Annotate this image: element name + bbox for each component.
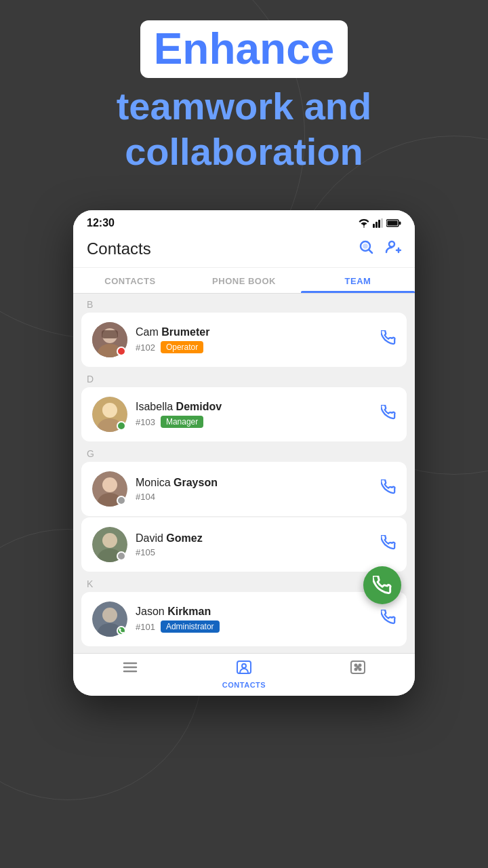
nav-contacts[interactable]: CONTACTS bbox=[187, 659, 301, 689]
wifi-icon bbox=[358, 218, 370, 228]
header-actions bbox=[358, 239, 401, 259]
svg-point-37 bbox=[359, 665, 361, 667]
contact-david-gomez[interactable]: David Gomez #105 bbox=[81, 517, 407, 572]
contact-cam-brumeter[interactable]: Cam Brumeter #102 Operator bbox=[81, 313, 407, 367]
hero-enhance-label: Enhance bbox=[140, 20, 348, 78]
svg-rect-2 bbox=[378, 220, 380, 228]
status-dot-gray bbox=[117, 551, 126, 561]
contact-name: Monica Grayson bbox=[136, 477, 373, 489]
contact-name: David Gomez bbox=[136, 532, 373, 545]
svg-rect-0 bbox=[373, 224, 375, 228]
svg-rect-1 bbox=[375, 222, 378, 228]
contacts-icon bbox=[236, 659, 252, 679]
search-button[interactable] bbox=[358, 239, 374, 259]
contact-isabella-demidov[interactable]: Isabella Demidov #103 Manager bbox=[81, 387, 407, 441]
contact-ext: #102 bbox=[136, 342, 155, 353]
contact-meta: #103 Manager bbox=[136, 416, 373, 428]
tab-phonebook[interactable]: PHONE BOOK bbox=[187, 268, 301, 293]
avatar-wrap bbox=[92, 322, 127, 357]
tabs-bar: CONTACTS PHONE BOOK TEAM bbox=[73, 268, 415, 294]
contact-badge: Administrator bbox=[161, 620, 220, 633]
call-button[interactable] bbox=[381, 405, 396, 424]
status-dot-red bbox=[117, 347, 126, 356]
svg-point-20 bbox=[102, 405, 109, 413]
section-b: B bbox=[73, 294, 415, 313]
menu-icon bbox=[122, 659, 138, 679]
tab-contacts[interactable]: CONTACTS bbox=[73, 268, 187, 293]
nav-contacts-label: CONTACTS bbox=[222, 681, 266, 689]
contact-meta: #105 bbox=[136, 547, 373, 557]
status-dot-gray bbox=[117, 496, 126, 505]
contact-info: Isabella Demidov #103 Manager bbox=[136, 401, 373, 428]
call-button[interactable] bbox=[381, 330, 396, 349]
svg-point-40 bbox=[357, 667, 359, 669]
phone-mockup: 12:30 Contacts bbox=[73, 210, 415, 696]
contacts-list: B Cam Brumeter #102 bbox=[73, 294, 415, 653]
call-button[interactable] bbox=[381, 479, 396, 498]
svg-rect-16 bbox=[102, 330, 118, 338]
contact-badge: Manager bbox=[161, 416, 203, 428]
svg-point-28 bbox=[102, 608, 117, 623]
bottom-nav: CONTACTS bbox=[73, 653, 415, 696]
app-header: Contacts bbox=[73, 233, 415, 268]
add-contact-button[interactable] bbox=[385, 239, 401, 259]
contact-name: Isabella Demidov bbox=[136, 401, 373, 413]
contact-badge: Operator bbox=[161, 341, 203, 353]
contact-ext: #104 bbox=[136, 492, 155, 502]
contact-info: Monica Grayson #104 bbox=[136, 477, 373, 502]
contact-monica-grayson[interactable]: Monica Grayson #104 bbox=[81, 462, 407, 516]
svg-point-38 bbox=[355, 669, 357, 671]
nav-menu[interactable] bbox=[73, 659, 187, 689]
contact-ext: #105 bbox=[136, 547, 155, 557]
svg-point-22 bbox=[102, 477, 117, 492]
svg-rect-3 bbox=[381, 218, 383, 228]
contact-name: Cam Brumeter bbox=[136, 326, 373, 338]
svg-rect-5 bbox=[388, 221, 398, 226]
app-title: Contacts bbox=[87, 239, 151, 258]
contact-info: David Gomez #105 bbox=[136, 532, 373, 557]
contact-name: Jason Kirkman bbox=[136, 606, 373, 618]
status-icons bbox=[358, 218, 401, 228]
svg-point-34 bbox=[242, 664, 246, 668]
contact-meta: #104 bbox=[136, 492, 373, 502]
call-button[interactable] bbox=[381, 610, 396, 629]
avatar-wrap bbox=[92, 397, 127, 432]
battery-icon bbox=[386, 219, 401, 227]
nav-dialpad[interactable] bbox=[301, 659, 415, 689]
status-bar: 12:30 bbox=[73, 210, 415, 233]
fab-call-button[interactable] bbox=[363, 566, 401, 604]
section-g: G bbox=[73, 443, 415, 462]
contact-info: Jason Kirkman #101 Administrator bbox=[136, 606, 373, 633]
status-time: 12:30 bbox=[87, 217, 115, 229]
status-dot-green bbox=[117, 421, 126, 431]
contact-meta: #102 Operator bbox=[136, 341, 373, 353]
signal-icon bbox=[373, 218, 384, 228]
hero-tagline: teamwork and collaboration bbox=[14, 83, 474, 174]
svg-point-25 bbox=[102, 533, 117, 548]
svg-point-9 bbox=[364, 245, 367, 248]
svg-point-10 bbox=[389, 241, 394, 247]
avatar-wrap bbox=[92, 601, 127, 637]
contact-info: Cam Brumeter #102 Operator bbox=[136, 326, 373, 353]
contact-jason-kirkman[interactable]: Jason Kirkman #101 Administrator bbox=[81, 592, 407, 646]
call-button[interactable] bbox=[381, 535, 396, 554]
hero-section: Enhance teamwork and collaboration bbox=[0, 20, 488, 174]
avatar-wrap bbox=[92, 471, 127, 507]
status-dot-active-call bbox=[117, 626, 126, 635]
svg-rect-6 bbox=[399, 222, 401, 225]
svg-line-8 bbox=[369, 250, 373, 254]
contact-ext: #101 bbox=[136, 622, 155, 632]
dialpad-icon bbox=[350, 659, 366, 679]
contact-ext: #103 bbox=[136, 417, 155, 427]
svg-point-39 bbox=[359, 669, 361, 671]
section-d: D bbox=[73, 368, 415, 387]
contact-meta: #101 Administrator bbox=[136, 620, 373, 633]
avatar-wrap bbox=[92, 527, 127, 562]
tab-team[interactable]: TEAM bbox=[301, 268, 415, 293]
svg-point-36 bbox=[355, 665, 357, 667]
